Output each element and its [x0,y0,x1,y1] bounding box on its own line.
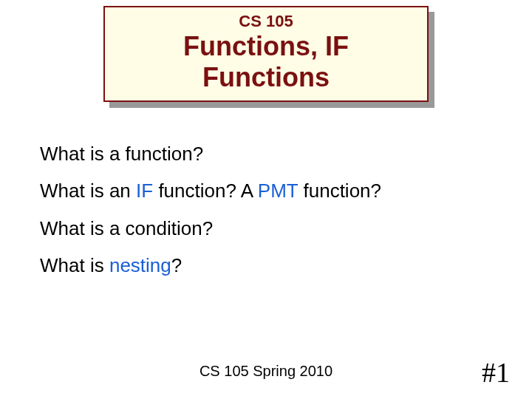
text-fragment: function? [298,180,381,202]
title-box: CS 105 Functions, IF Functions [103,6,429,102]
bullet-line-1: What is a function? [40,140,492,167]
keyword-nesting: nesting [109,254,171,276]
text-fragment: ? [171,254,182,276]
slide-number: #1 [482,356,510,389]
content-area: What is a function? What is an IF functi… [40,140,492,290]
text-fragment: What is [40,254,109,276]
text-fragment: function? A [153,180,258,202]
text-fragment: What is an [40,180,136,202]
title-container: CS 105 Functions, IF Functions [103,6,429,102]
bullet-line-4: What is nesting? [40,252,492,279]
footer-text: CS 105 Spring 2010 [0,363,532,380]
keyword-pmt: PMT [258,180,298,202]
course-code: CS 105 [134,12,398,31]
keyword-if: IF [136,180,153,202]
slide-title: Functions, IF Functions [134,31,398,93]
bullet-line-3: What is a condition? [40,215,492,242]
bullet-line-2: What is an IF function? A PMT function? [40,177,492,204]
